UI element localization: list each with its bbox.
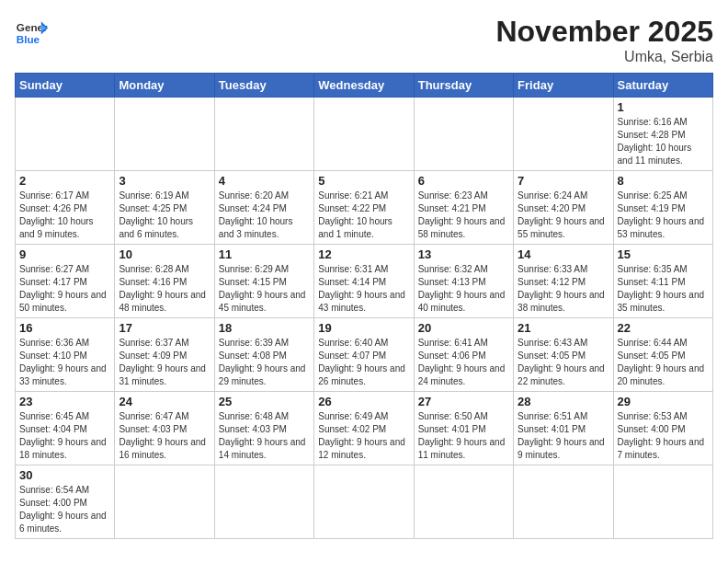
generalblue-logo-icon: General Blue <box>15 15 48 48</box>
day-17: 17 Sunrise: 6:37 AMSunset: 4:09 PMDaylig… <box>115 318 214 392</box>
day-7: 7 Sunrise: 6:24 AMSunset: 4:20 PMDayligh… <box>514 171 613 245</box>
day-11: 11 Sunrise: 6:29 AMSunset: 4:15 PMDaylig… <box>214 245 313 318</box>
week-row-4: 16 Sunrise: 6:36 AMSunset: 4:10 PMDaylig… <box>16 318 713 392</box>
logo: General Blue <box>15 15 48 48</box>
day-28: 28 Sunrise: 6:51 AMSunset: 4:01 PMDaylig… <box>514 392 613 465</box>
title-block: November 2025 Umka, Serbia <box>495 15 713 65</box>
week-row-5: 23 Sunrise: 6:45 AMSunset: 4:04 PMDaylig… <box>16 392 713 465</box>
empty-cell <box>214 465 313 539</box>
day-13: 13 Sunrise: 6:32 AMSunset: 4:13 PMDaylig… <box>414 245 513 318</box>
day-15: 15 Sunrise: 6:35 AMSunset: 4:11 PMDaylig… <box>613 245 712 318</box>
header-tuesday: Tuesday <box>214 74 313 98</box>
empty-cell <box>514 98 613 171</box>
empty-cell <box>514 465 613 539</box>
calendar-table: Sunday Monday Tuesday Wednesday Thursday… <box>15 73 713 539</box>
day-3: 3 Sunrise: 6:19 AMSunset: 4:25 PMDayligh… <box>115 171 214 245</box>
day-20: 20 Sunrise: 6:41 AMSunset: 4:06 PMDaylig… <box>414 318 513 392</box>
weekday-header-row: Sunday Monday Tuesday Wednesday Thursday… <box>16 74 713 98</box>
week-row-2: 2 Sunrise: 6:17 AMSunset: 4:26 PMDayligh… <box>16 171 713 245</box>
day-21: 21 Sunrise: 6:43 AMSunset: 4:05 PMDaylig… <box>514 318 613 392</box>
svg-text:Blue: Blue <box>17 33 40 45</box>
day-24: 24 Sunrise: 6:47 AMSunset: 4:03 PMDaylig… <box>115 392 214 465</box>
day-12: 12 Sunrise: 6:31 AMSunset: 4:14 PMDaylig… <box>314 245 414 318</box>
day-26: 26 Sunrise: 6:49 AMSunset: 4:02 PMDaylig… <box>314 392 414 465</box>
empty-cell <box>314 98 414 171</box>
empty-cell <box>414 98 513 171</box>
day-19: 19 Sunrise: 6:40 AMSunset: 4:07 PMDaylig… <box>314 318 414 392</box>
day-16: 16 Sunrise: 6:36 AMSunset: 4:10 PMDaylig… <box>16 318 115 392</box>
day-29: 29 Sunrise: 6:53 AMSunset: 4:00 PMDaylig… <box>613 392 712 465</box>
day-30: 30 Sunrise: 6:54 AMSunset: 4:00 PMDaylig… <box>16 465 115 539</box>
day-5: 5 Sunrise: 6:21 AMSunset: 4:22 PMDayligh… <box>314 171 414 245</box>
week-row-6: 30 Sunrise: 6:54 AMSunset: 4:00 PMDaylig… <box>16 465 713 539</box>
day-2: 2 Sunrise: 6:17 AMSunset: 4:26 PMDayligh… <box>16 171 115 245</box>
week-row-3: 9 Sunrise: 6:27 AMSunset: 4:17 PMDayligh… <box>16 245 713 318</box>
empty-cell <box>115 465 214 539</box>
header-wednesday: Wednesday <box>314 74 414 98</box>
header-thursday: Thursday <box>414 74 513 98</box>
day-8: 8 Sunrise: 6:25 AMSunset: 4:19 PMDayligh… <box>613 171 712 245</box>
empty-cell <box>314 465 414 539</box>
day-23: 23 Sunrise: 6:45 AMSunset: 4:04 PMDaylig… <box>16 392 115 465</box>
empty-cell <box>115 98 214 171</box>
header-saturday: Saturday <box>613 74 712 98</box>
day-1: 1 Sunrise: 6:16 AMSunset: 4:28 PMDayligh… <box>613 98 712 171</box>
day-14: 14 Sunrise: 6:33 AMSunset: 4:12 PMDaylig… <box>514 245 613 318</box>
empty-cell <box>613 465 712 539</box>
page-header: General Blue November 2025 Umka, Serbia <box>15 15 713 65</box>
day-27: 27 Sunrise: 6:50 AMSunset: 4:01 PMDaylig… <box>414 392 513 465</box>
empty-cell <box>414 465 513 539</box>
day-22: 22 Sunrise: 6:44 AMSunset: 4:05 PMDaylig… <box>613 318 712 392</box>
location: Umka, Serbia <box>495 49 713 65</box>
week-row-1: 1 Sunrise: 6:16 AMSunset: 4:28 PMDayligh… <box>16 98 713 171</box>
header-friday: Friday <box>514 74 613 98</box>
day-9: 9 Sunrise: 6:27 AMSunset: 4:17 PMDayligh… <box>16 245 115 318</box>
day-4: 4 Sunrise: 6:20 AMSunset: 4:24 PMDayligh… <box>214 171 313 245</box>
empty-cell <box>214 98 313 171</box>
month-title: November 2025 <box>495 15 713 49</box>
header-monday: Monday <box>115 74 214 98</box>
day-6: 6 Sunrise: 6:23 AMSunset: 4:21 PMDayligh… <box>414 171 513 245</box>
empty-cell <box>16 98 115 171</box>
day-18: 18 Sunrise: 6:39 AMSunset: 4:08 PMDaylig… <box>214 318 313 392</box>
day-25: 25 Sunrise: 6:48 AMSunset: 4:03 PMDaylig… <box>214 392 313 465</box>
header-sunday: Sunday <box>16 74 115 98</box>
day-10: 10 Sunrise: 6:28 AMSunset: 4:16 PMDaylig… <box>115 245 214 318</box>
